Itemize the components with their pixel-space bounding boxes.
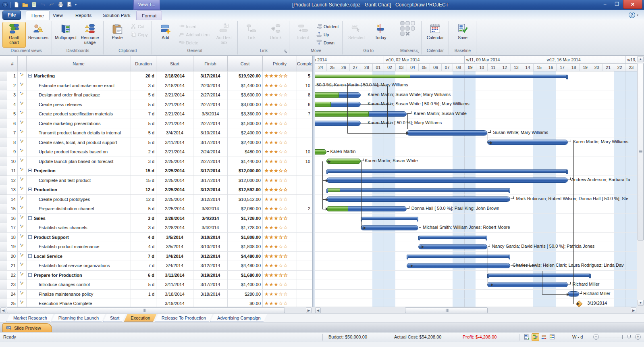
delete-button[interactable]: Delete (178, 39, 212, 46)
table-row[interactable]: 13Production12 d2/25/20143/12/2014$12,59… (0, 185, 312, 195)
markers-button[interactable] (396, 22, 420, 48)
table-row[interactable]: 4Create press releases5 d2/21/20142/27/2… (0, 100, 312, 110)
table-row[interactable]: 22Prepare for Production6 d3/11/20143/19… (0, 271, 312, 280)
resources-button[interactable]: Resources (27, 22, 50, 48)
gantt-bar-summary[interactable] (407, 255, 510, 258)
dialog-launcher-icon[interactable] (416, 49, 420, 55)
cut-button[interactable]: Cut (130, 23, 150, 30)
notes-icon[interactable] (31, 1, 37, 8)
dialog-launcher-icon[interactable] (284, 49, 287, 55)
gantt-bar-task[interactable] (315, 121, 361, 126)
unlink-button[interactable]: Unlink (264, 22, 287, 48)
multiproject-button[interactable]: Multiproject (54, 22, 77, 48)
table-row[interactable]: 15Prepare distribution channel5 d2/25/20… (0, 204, 312, 214)
table-row[interactable]: 21Establish local service organizations7… (0, 261, 312, 271)
redo-icon[interactable] (48, 1, 55, 8)
gantt-bar-task[interactable] (361, 225, 418, 230)
selected-button[interactable]: Selected (345, 22, 368, 48)
collapse-icon[interactable] (28, 168, 32, 173)
gantt-bar-task[interactable] (315, 102, 361, 107)
table-row[interactable]: 16Sales3 d2/28/20143/4/2014$1,728.00★★★☆… (0, 214, 312, 224)
table-row[interactable]: 25Execution Phase Complete3/19/2014$0.00… (0, 299, 312, 307)
view-gantt-button[interactable] (532, 333, 539, 341)
table-row[interactable]: 18Product Support4 d3/5/20143/10/2014$1,… (0, 233, 312, 242)
print-preview-icon[interactable] (66, 1, 73, 8)
table-row[interactable]: 6Create marketing presentations5 d2/21/2… (0, 119, 312, 129)
tab-solution-park[interactable]: Solution Park (98, 10, 135, 20)
down-button[interactable]: Down (316, 39, 341, 46)
paste-button[interactable]: Paste (106, 22, 129, 48)
phase-tab-planning-the-launch[interactable]: Planning the Launch (52, 314, 106, 322)
column-header-start[interactable]: Start (156, 56, 193, 71)
table-row[interactable]: 2Estimate market and make more exact3 d2… (0, 81, 312, 91)
insert-button[interactable]: Insert (178, 23, 212, 30)
gantt-bar-task[interactable] (487, 282, 568, 287)
gantt-bar-task[interactable] (418, 244, 487, 249)
column-header-priority[interactable]: Priority (263, 56, 297, 71)
close-button[interactable]: ✕ (623, 0, 642, 9)
outdent-button[interactable]: Outdent (316, 23, 341, 30)
collapse-icon[interactable] (28, 216, 32, 221)
table-scroll-left-button[interactable]: ◀ (0, 307, 6, 313)
today-button[interactable]: Today (369, 22, 392, 48)
up-button[interactable]: Up (316, 31, 341, 38)
collapse-icon[interactable] (28, 273, 32, 278)
tab-format[interactable]: Format (136, 10, 162, 20)
collapse-icon[interactable] (28, 73, 32, 78)
gantt-scroll-right-button[interactable]: ▶ (631, 307, 636, 313)
column-header-blank[interactable] (18, 56, 27, 71)
print-icon[interactable] (57, 1, 64, 8)
table-row[interactable]: 11Projection15 d2/25/20143/17/2014$12,00… (0, 166, 312, 176)
collapse-icon[interactable] (28, 187, 32, 192)
view-list-button[interactable] (548, 333, 556, 341)
table-row[interactable]: 24Finalize maintenance policy1 d3/18/201… (0, 290, 312, 299)
gantt-bar-summary[interactable] (326, 188, 511, 192)
table-row[interactable]: 10Update launch plan based on forecast3 … (0, 157, 312, 167)
gantt-bar-task[interactable] (487, 140, 568, 145)
gantt-bar-task[interactable] (315, 92, 361, 98)
scroll-down-button[interactable]: ▼ (638, 300, 644, 306)
column-header-#[interactable]: # (7, 56, 18, 71)
gantt-bar-summary[interactable] (418, 236, 487, 239)
tab-reports[interactable]: Reports (70, 10, 97, 20)
collapse-icon[interactable] (28, 235, 32, 240)
column-header-cost[interactable]: Cost (228, 56, 263, 71)
add-button[interactable]: Add (154, 22, 177, 48)
table-row[interactable]: 7Transmit product launch details to inte… (0, 128, 312, 138)
zoom-slider[interactable]: − + (593, 334, 641, 340)
qat-customize-arrow[interactable]: ▾ (75, 3, 77, 6)
gantt-scroll-thumb[interactable] (405, 307, 488, 313)
column-header-duration[interactable]: Duration (131, 56, 156, 71)
scroll-up-button[interactable]: ▲ (638, 56, 644, 62)
view-people-button[interactable] (540, 333, 548, 341)
table-row[interactable]: 3Design and order final package5 d2/21/2… (0, 90, 312, 100)
gantt-bar-summary[interactable] (487, 274, 591, 277)
new-document-icon[interactable] (13, 1, 20, 8)
open-icon[interactable] (22, 1, 29, 8)
table-scroll-right-button[interactable]: ▶ (306, 307, 312, 313)
phase-tab-start[interactable]: Start (103, 314, 126, 322)
phase-tab-execution[interactable]: Execution (124, 314, 157, 322)
gantt-bar-task[interactable] (407, 130, 487, 136)
table-row[interactable]: 12Complete and test product15 d2/25/2014… (0, 176, 312, 186)
table-row[interactable]: 20Local Service7 d3/4/20143/12/2014$4,48… (0, 252, 312, 261)
gantt-bar-task[interactable] (326, 196, 511, 202)
app-logo-icon[interactable] (2, 1, 8, 8)
gantt-bar-task[interactable] (315, 111, 407, 117)
phase-tab-release-to-production[interactable]: Release To Production (155, 314, 213, 322)
zoom-in-button[interactable]: + (635, 334, 641, 340)
minimize-button[interactable]: – (599, 0, 611, 8)
link-button[interactable]: Link (240, 22, 263, 48)
table-row[interactable]: 9Update product forecasts based on2 d2/2… (0, 147, 312, 157)
table-row[interactable]: 1Marketing20 d2/18/20143/17/2014$19,920.… (0, 71, 312, 81)
slide-preview-tab[interactable]: Slide Preview (2, 323, 52, 332)
tab-view[interactable]: View (48, 10, 68, 20)
gantt-bar-task[interactable] (326, 178, 568, 183)
table-row[interactable]: 19Establish product maintenance4 d3/5/20… (0, 242, 312, 252)
vertical-scroll-thumb[interactable] (638, 63, 644, 240)
save-button[interactable]: Save (451, 22, 474, 48)
table-row[interactable]: 14Create product prototypes12 d2/25/2014… (0, 195, 312, 205)
vertical-scrollbar[interactable]: ▲▼ (637, 56, 644, 307)
gantt-bar-task[interactable] (315, 149, 326, 155)
view-doc-button[interactable] (523, 333, 531, 341)
